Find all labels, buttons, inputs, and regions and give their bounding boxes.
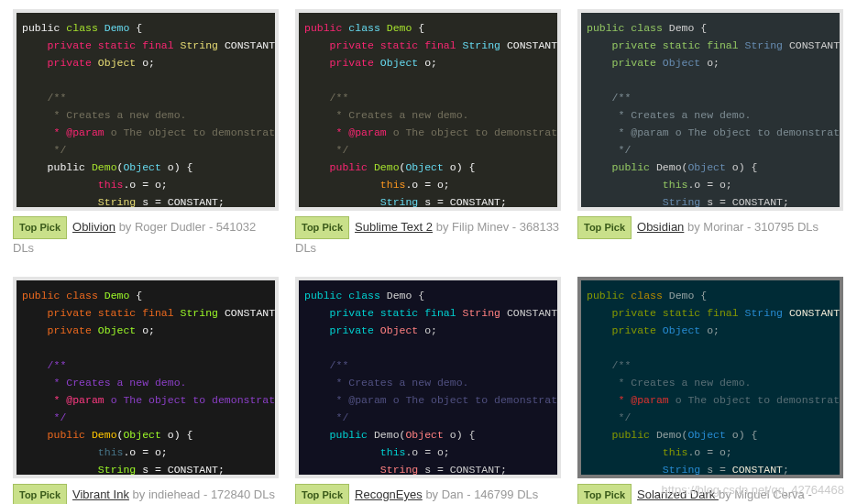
theme-meta: Top PickObsidian by Morinar - 310795 DLs [577, 211, 843, 243]
theme-title-link[interactable]: Vibrant Ink [72, 488, 129, 501]
theme-title-link[interactable]: Oblivion [72, 220, 115, 234]
theme-preview[interactable]: public class Demo { private static final… [13, 277, 279, 478]
theme-author: by Roger Dudler [119, 220, 206, 234]
theme-title-link[interactable]: Sublime Text 2 [355, 220, 433, 234]
theme-card: public class Demo { private static final… [577, 277, 843, 504]
top-pick-badge: Top Pick [13, 484, 67, 504]
top-pick-badge: Top Pick [577, 216, 632, 239]
theme-meta: Top PickSublime Text 2 by Filip Minev - … [295, 211, 561, 260]
theme-preview[interactable]: public class Demo { private static final… [577, 9, 843, 211]
theme-card: public class Demo { private static final… [295, 9, 561, 260]
theme-author: by Miguel Cerva [719, 488, 805, 501]
theme-author: by Dan [425, 488, 463, 501]
theme-preview[interactable]: public class Demo { private static final… [577, 277, 843, 478]
theme-meta: Top PickSolarized Dark by Miguel Cerva -… [577, 478, 843, 504]
theme-downloads: - 310795 DLs [743, 220, 819, 234]
theme-meta: Top PickVibrant Ink by indiehead - 17284… [13, 478, 279, 504]
theme-downloads: - 146799 DLs [464, 488, 539, 501]
theme-card: public class Demo { private static final… [13, 277, 279, 504]
top-pick-badge: Top Pick [13, 216, 67, 239]
theme-preview[interactable]: public class Demo { private static final… [13, 9, 279, 211]
theme-preview[interactable]: public class Demo { private static final… [295, 9, 561, 211]
theme-author: by Morinar [687, 220, 743, 234]
theme-downloads: - 172840 DLs [200, 488, 275, 501]
theme-card: public class Demo { private static final… [577, 9, 843, 260]
top-pick-badge: Top Pick [295, 216, 349, 239]
theme-meta: Top PickRecognEyes by Dan - 146799 DLs [295, 478, 561, 504]
theme-card: public class Demo { private static final… [295, 277, 561, 504]
top-pick-badge: Top Pick [577, 484, 632, 504]
top-pick-badge: Top Pick [295, 484, 349, 504]
theme-card: public class Demo { private static final… [13, 9, 279, 260]
theme-title-link[interactable]: RecognEyes [355, 488, 423, 501]
theme-preview[interactable]: public class Demo { private static final… [295, 277, 561, 478]
theme-author: by Filip Minev [436, 220, 509, 234]
theme-title-link[interactable]: Solarized Dark [637, 488, 719, 501]
theme-author: by indiehead [133, 488, 201, 501]
theme-title-link[interactable]: Obsidian [637, 220, 684, 234]
theme-meta: Top PickOblivion by Roger Dudler - 54103… [13, 211, 279, 260]
